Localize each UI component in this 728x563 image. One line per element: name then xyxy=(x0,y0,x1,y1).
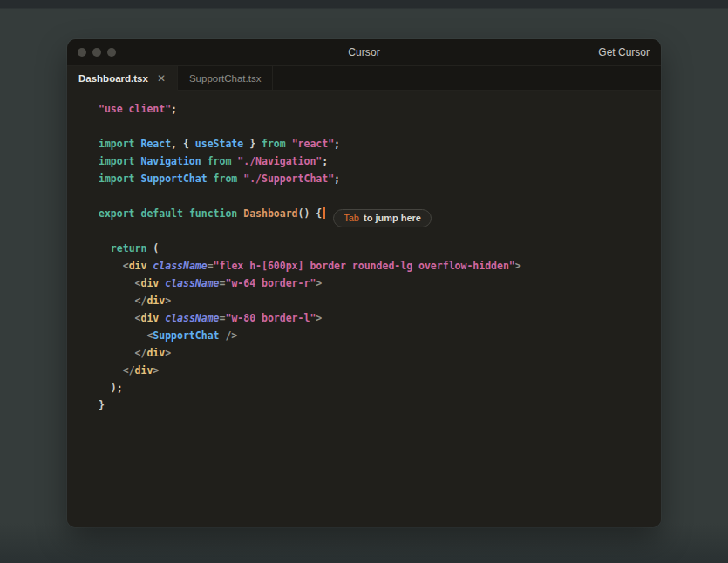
code-line: </div> xyxy=(99,344,661,362)
code-line: ); xyxy=(99,379,661,397)
tab-label: SupportChat.tsx xyxy=(189,73,261,84)
code-line: </div> xyxy=(99,362,661,379)
minimize-window-button[interactable] xyxy=(92,48,101,57)
code-line: import Navigation from "./Navigation"; xyxy=(99,153,661,170)
window-titlebar[interactable]: Cursor Get Cursor xyxy=(67,39,661,65)
code-line: <div className="flex h-[600px] border ro… xyxy=(99,257,661,275)
tab-hint-key: Tab xyxy=(344,209,359,227)
code-editor[interactable]: "use client"; import React, { useState }… xyxy=(67,91,661,527)
window-title: Cursor xyxy=(67,46,661,58)
code-line: return ( xyxy=(99,240,661,257)
maximize-window-button[interactable] xyxy=(107,48,116,57)
tab-bar-filler xyxy=(273,66,661,91)
code-line: <SupportChat /> xyxy=(99,327,661,344)
close-window-button[interactable] xyxy=(78,48,86,57)
cursor-window: Cursor Get Cursor Dashboard.tsx ✕ Suppor… xyxy=(67,39,661,527)
code-line xyxy=(99,187,661,205)
code-line: import SupportChat from "./SupportChat"; xyxy=(99,170,661,187)
close-tab-icon[interactable]: ✕ xyxy=(157,73,166,84)
tab-hint-text: to jump here xyxy=(364,209,421,227)
get-cursor-link[interactable]: Get Cursor xyxy=(598,39,650,65)
tab-label: Dashboard.tsx xyxy=(78,73,148,84)
tab-supportchat[interactable]: SupportChat.tsx xyxy=(178,66,273,91)
code-line: } xyxy=(99,397,661,414)
text-cursor-caret xyxy=(323,207,325,219)
code-line: "use client"; xyxy=(99,100,661,118)
code-line: import React, { useState } from "react"; xyxy=(99,135,661,153)
code-line xyxy=(99,118,661,135)
window-controls xyxy=(78,39,116,65)
tab-bar: Dashboard.tsx ✕ SupportChat.tsx xyxy=(67,65,661,91)
tab-dashboard[interactable]: Dashboard.tsx ✕ xyxy=(67,66,178,91)
code-area: "use client"; import React, { useState }… xyxy=(99,100,661,414)
code-line: </div> xyxy=(99,292,661,309)
tab-hint-badge[interactable]: Tabto jump here xyxy=(333,209,432,227)
code-line: export default function Dashboard() {Tab… xyxy=(99,205,661,222)
code-line: <div className="w-64 border-r"> xyxy=(99,275,661,292)
code-line: <div className="w-80 border-l"> xyxy=(99,309,661,327)
